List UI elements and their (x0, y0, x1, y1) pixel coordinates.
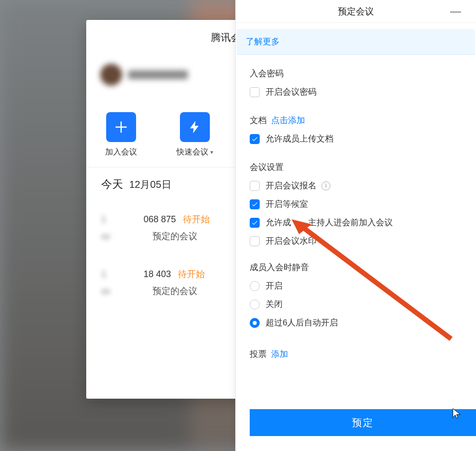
mute-auto6-label: 超过6人后自动开启 (266, 317, 338, 328)
enable-waiting-room-label: 开启等候室 (266, 198, 308, 210)
enable-password-label: 开启会议密码 (266, 86, 317, 98)
panel-title: 预定会议 (338, 5, 374, 17)
cursor-icon (451, 408, 462, 419)
add-vote-link[interactable]: 添加 (271, 349, 288, 359)
mute-on-label: 开启 (266, 280, 283, 292)
today-heading: 今天 12月05日 (101, 177, 171, 192)
learn-more-banner[interactable]: 了解更多 (237, 29, 475, 55)
mute-auto6-radio[interactable] (250, 318, 260, 328)
add-document-link[interactable]: 点击添加 (271, 116, 305, 125)
user-profile[interactable] (100, 64, 188, 86)
minimize-button[interactable]: — (450, 6, 461, 17)
chevron-down-icon: ▾ (210, 149, 213, 155)
plus-icon (114, 120, 129, 135)
mute-off-label: 关闭 (266, 299, 283, 310)
enable-waiting-room-checkbox[interactable] (250, 199, 260, 209)
schedule-meeting-panel: 预定会议 — 了解更多 入会密码 开启会议密码 文档 点击添加 允许成员上传文档… (235, 0, 476, 451)
allow-before-host-checkbox[interactable] (250, 218, 260, 228)
mute-on-entry-section-title: 成员入会时静音 (250, 262, 462, 273)
quick-meeting-label: 快速会议▾ (176, 147, 213, 157)
quick-meeting-tile[interactable] (180, 112, 210, 142)
enable-enroll-label: 开启会议报名 (266, 180, 317, 191)
join-meeting-tile[interactable] (106, 112, 136, 142)
document-section-title: 文档 (250, 116, 267, 125)
join-meeting-label: 加入会议 (105, 147, 137, 157)
info-icon[interactable]: i (321, 181, 330, 190)
enable-enroll-checkbox[interactable] (250, 181, 260, 191)
allow-upload-checkbox[interactable] (250, 134, 260, 144)
meeting-number: 068 875 (144, 214, 176, 225)
meeting-status: 待开始 (183, 213, 210, 225)
meeting-status: 待开始 (178, 268, 205, 280)
allow-before-host-label: 允许成员在主持人进会前加入会议 (266, 217, 393, 228)
meeting-settings-section-title: 会议设置 (250, 161, 462, 173)
mute-off-radio[interactable] (250, 300, 260, 309)
allow-upload-label: 允许成员上传文档 (266, 133, 333, 145)
password-section-title: 入会密码 (250, 68, 462, 79)
panel-titlebar: 预定会议 — (236, 0, 476, 23)
mute-on-radio[interactable] (250, 281, 260, 291)
lightning-icon (187, 120, 202, 135)
enable-watermark-checkbox[interactable] (250, 236, 260, 246)
confirm-schedule-button[interactable]: 预定 (250, 409, 476, 436)
enable-password-checkbox[interactable] (250, 87, 260, 97)
enable-watermark-label: 开启会议水印 (266, 235, 317, 247)
user-name-blurred (128, 70, 188, 79)
avatar (100, 64, 122, 86)
meeting-number: 18 403 (144, 269, 171, 280)
vote-section-title: 投票 (250, 349, 267, 359)
